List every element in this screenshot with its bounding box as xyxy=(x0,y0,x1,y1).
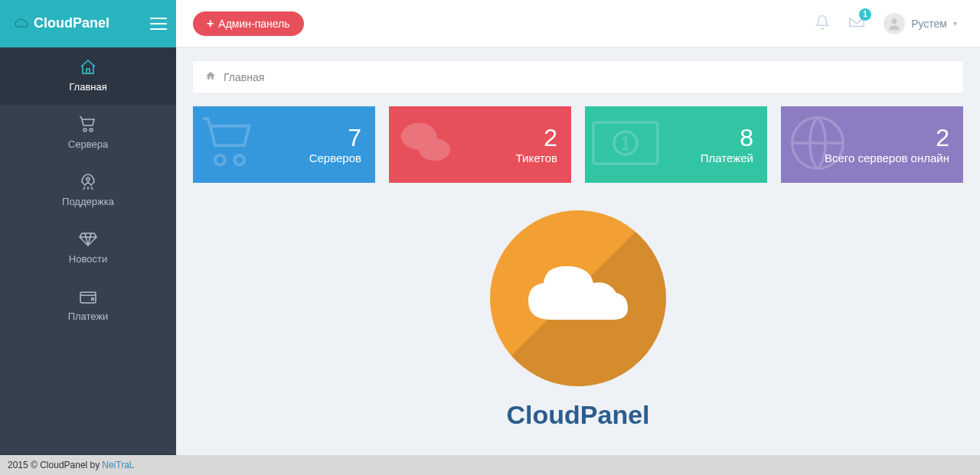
cloud-hero-icon xyxy=(521,259,635,338)
stat-value: 8 xyxy=(740,125,753,150)
rocket-icon xyxy=(79,173,97,191)
svg-point-6 xyxy=(215,155,225,165)
stat-label: Тикетов xyxy=(516,151,557,164)
sidebar-item-home[interactable]: Главная xyxy=(0,47,176,105)
stat-value: 2 xyxy=(544,125,557,150)
footer: 2015 © CloudPanel by NeiTraL xyxy=(0,455,980,475)
plus-icon: + xyxy=(207,18,214,30)
svg-text:1: 1 xyxy=(620,133,630,154)
header-actions: 1 Рустем ▾ xyxy=(815,13,980,34)
stat-card-payments[interactable]: 1 8 Платежей xyxy=(585,106,767,183)
svg-point-0 xyxy=(892,18,897,24)
cart-icon xyxy=(79,115,97,134)
svg-point-5 xyxy=(92,298,94,301)
money-bg-icon: 1 xyxy=(591,120,660,169)
sidebar-item-label: Главная xyxy=(69,81,106,93)
svg-point-2 xyxy=(90,129,93,132)
chat-bg-icon xyxy=(395,116,456,173)
home-icon xyxy=(79,58,97,76)
svg-point-1 xyxy=(83,129,87,132)
avatar xyxy=(884,13,905,34)
hero-logo-circle xyxy=(490,210,666,386)
sidebar: Главная Сервера Поддержка Новости xyxy=(0,47,176,455)
main-content: Главная 7 Серверов 2 Тикетов xyxy=(176,47,980,455)
breadcrumb-home-icon[interactable] xyxy=(205,70,216,83)
wallet-icon xyxy=(79,288,97,306)
logo-area: CloudPanel xyxy=(0,0,176,47)
stat-card-online[interactable]: 2 Всего серверов онлайн xyxy=(781,106,963,183)
header: CloudPanel + Админ-панель 1 Рустем xyxy=(0,0,980,47)
breadcrumb: Главная xyxy=(193,61,963,93)
sidebar-item-news[interactable]: Новости xyxy=(0,220,176,277)
globe-bg-icon xyxy=(787,112,848,177)
svg-point-9 xyxy=(419,138,450,161)
sidebar-item-label: Платежи xyxy=(68,311,109,322)
diamond-icon xyxy=(79,230,97,249)
menu-toggle-icon[interactable] xyxy=(150,18,167,30)
chevron-down-icon: ▾ xyxy=(953,19,957,28)
admin-panel-label: Админ-панель xyxy=(218,18,289,30)
brand-name: CloudPanel xyxy=(34,15,109,31)
stat-label: Платежей xyxy=(701,151,753,164)
sidebar-item-label: Сервера xyxy=(68,138,108,150)
footer-copyright: 2015 © CloudPanel by xyxy=(8,460,100,470)
breadcrumb-current[interactable]: Главная xyxy=(224,71,264,83)
cloud-logo-icon xyxy=(14,18,29,30)
sidebar-item-label: Поддержка xyxy=(62,196,114,207)
bell-icon xyxy=(815,15,830,30)
footer-author-link[interactable]: NeiTraL xyxy=(102,460,134,470)
svg-point-7 xyxy=(234,155,244,165)
sidebar-item-payments[interactable]: Платежи xyxy=(0,277,176,334)
messages-button[interactable]: 1 xyxy=(848,15,865,33)
hero-title: CloudPanel xyxy=(506,400,649,430)
sidebar-item-servers[interactable]: Сервера xyxy=(0,105,176,162)
brand-logo[interactable]: CloudPanel xyxy=(14,15,109,31)
stat-card-tickets[interactable]: 2 Тикетов xyxy=(389,106,571,183)
hero-section: CloudPanel xyxy=(193,198,963,441)
stat-card-servers[interactable]: 7 Серверов xyxy=(193,106,375,183)
messages-badge: 1 xyxy=(859,8,871,21)
sidebar-item-label: Новости xyxy=(69,253,107,265)
username-label: Рустем xyxy=(911,18,947,30)
user-icon xyxy=(887,16,902,31)
stat-value: 2 xyxy=(936,125,949,150)
sidebar-item-support[interactable]: Поддержка xyxy=(0,162,176,220)
notifications-button[interactable] xyxy=(815,15,830,33)
stat-value: 7 xyxy=(348,125,361,150)
stat-label: Серверов xyxy=(309,151,361,164)
user-menu[interactable]: Рустем ▾ xyxy=(884,13,957,34)
cart-bg-icon xyxy=(199,116,260,173)
svg-point-3 xyxy=(87,177,90,181)
stats-row: 7 Серверов 2 Тикетов 1 8 Платежей xyxy=(193,106,963,183)
admin-panel-button[interactable]: + Админ-панель xyxy=(193,11,304,36)
